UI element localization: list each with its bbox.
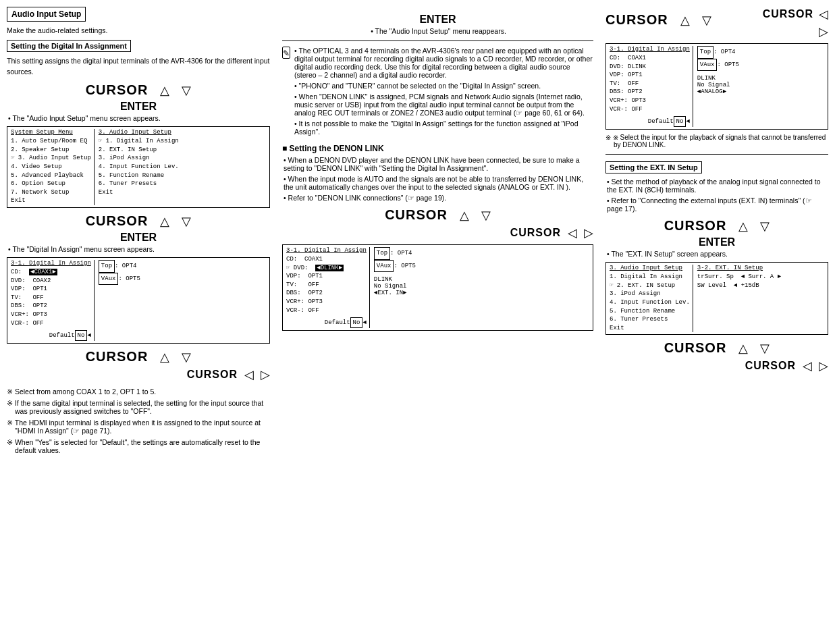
cursor-left-4[interactable] [568, 225, 577, 240]
audio-menu-item-5: 5. Function Rename [99, 171, 179, 180]
enter-bullet-ext: The "EXT. IN Setup" screen appears. [605, 250, 828, 258]
cursor-up-4[interactable] [460, 208, 469, 223]
cursor-down-ext2[interactable] [760, 341, 770, 356]
ext-left-6: 6. Tuner Presets [610, 315, 690, 324]
ext-left-5: 5. Function Rename [610, 307, 690, 316]
note-4: When "Yes" is selected for "Default", th… [7, 438, 270, 454]
enter-bullet-m: The "Audio Input Setup" menu reappears. [282, 27, 593, 35]
r1-aux: VAux: OPT5 [697, 59, 739, 72]
r1-vdp: VDP: OPT1 [610, 71, 690, 80]
cursor-up-r1[interactable] [680, 13, 690, 28]
cursor-label-ext2: CURSOR [664, 340, 727, 356]
r1-nosig: No Signal [697, 82, 739, 88]
pencil-note-4: It is not possible to make the "Digital … [293, 119, 593, 136]
digital-assign-title: Setting the Digital In Assignment [7, 40, 131, 52]
digital-menu-left: 3-1. Digital In Assign CD: ◄COAX1► DVD: … [11, 260, 95, 341]
tv-row: TV: OFF [11, 294, 91, 302]
cursor-label-3: CURSOR [86, 349, 149, 365]
digital-menu-right: Top: OPT4 VAux: OPT5 [95, 260, 140, 341]
r1-cd: CD: COAX1 [610, 54, 690, 63]
cursor-up-2[interactable] [160, 214, 169, 229]
dlink-menu-right: Top: OPT4 VAux: OPT5 DLINK No Signal ◄EX… [370, 247, 416, 328]
cursor-nav-3: CURSOR [7, 349, 270, 365]
r1-status: DLINK No Signal ◄ANALOG► [697, 75, 739, 95]
enter-label-m: ENTER [282, 14, 593, 26]
enter-bullet-2: The "Digital In Assign" menu screen appe… [7, 245, 270, 253]
menu-item-1: 1. Auto Setup/Room EQ [11, 137, 91, 146]
cursor-label-4: CURSOR [385, 207, 448, 223]
ext-bullet-1: Set the method of playback of the analog… [605, 178, 828, 194]
audio-menu-item-2: 2. EXT. IN Setup [99, 146, 179, 155]
ext-menu-right: 3-2. EXT. IN Setup trSurr. Sp ◄ Surr. A … [693, 265, 781, 332]
r1-default: DefaultNo◄ [610, 116, 690, 127]
cd-row: CD: ◄COAX1► [11, 268, 91, 277]
dlink-name: DLINK [374, 276, 416, 283]
cursor-up-3[interactable] [160, 350, 169, 365]
cursor-right-3[interactable] [261, 367, 270, 382]
cursor-right-ext2[interactable] [819, 358, 828, 373]
menu-left-system: System Setup Menu 1. Auto Setup/Room EQ … [11, 129, 95, 205]
r1-analog: ◄ANALOG► [697, 88, 739, 95]
dlink-tv-row: TV: OFF [286, 281, 367, 290]
enter-bullet-1: The "Audio Input Setup" menu screen appe… [7, 114, 270, 122]
enter-label-ext: ENTER [605, 236, 828, 248]
cursor-nav-r1: CURSOR [605, 12, 711, 28]
dlink-default: DefaultNo◄ [286, 317, 367, 328]
dlink-top: Top: OPT4 [374, 247, 416, 260]
cursor-down-4[interactable] [481, 208, 491, 223]
page-container: Audio Input Setup Make the audio-related… [7, 7, 828, 458]
system-menu-title: System Setup Menu [11, 129, 91, 136]
cursor-label-3b: CURSOR [187, 369, 238, 381]
dlink-nosig: No Signal [374, 283, 416, 290]
middle-column: ENTER The "Audio Input Setup" menu reapp… [275, 7, 600, 458]
r1-dbs: DBS: OPT2 [610, 88, 690, 97]
cursor-label-ext2b: CURSOR [745, 360, 796, 372]
aux-label: VAux: OPT5 [99, 273, 140, 286]
ext-in-section: Setting the EXT. IN Setup Set the method… [605, 161, 828, 373]
cursor-lr-3: CURSOR [7, 367, 270, 382]
pencil-note-section: ✎ The OPTICAL 3 and 4 terminals on the A… [282, 47, 593, 138]
ext-menu-title-left: 3. Audio Input Setup [610, 265, 690, 271]
cursor-left-r1[interactable] [819, 7, 828, 22]
cursor-lr-4: CURSOR [282, 225, 593, 240]
denon-link-title: ■ Setting the DENON LINK [282, 144, 593, 153]
audio-menu-item-3: 3. iPod Assign [99, 154, 179, 163]
system-menu-box: System Setup Menu 1. Auto Setup/Room EQ … [7, 126, 270, 208]
cursor-down-ext[interactable] [760, 219, 770, 234]
ext-left-2: 2. EXT. IN Setup [610, 281, 690, 290]
denon-bullet-2: When the input mode is AUTO and the sign… [282, 175, 593, 191]
digital-assign-menu: 3-1. Digital In Assign CD: ◄COAX1► DVD: … [7, 257, 270, 344]
dlink-dbs-row: DBS: OPT2 [286, 289, 367, 298]
cursor-left-ext2[interactable] [803, 358, 812, 373]
main-subtitle: Make the audio-related settings. [7, 26, 270, 36]
audio-menu-exit: Exit [99, 188, 179, 197]
dlink-extin: ◄EXT. IN► [374, 290, 416, 296]
cursor-down-3[interactable] [182, 350, 191, 365]
pencil-note-3: When "DENON LINK" is assigned, PCM signa… [293, 92, 593, 117]
audio-menu-item-1: 1. Digital In Assign [99, 137, 179, 146]
cursor-lr-ext2: CURSOR [605, 358, 828, 373]
cursor-right-r1[interactable] [819, 29, 828, 37]
enter-top-section: ENTER The "Audio Input Setup" menu reapp… [282, 14, 593, 35]
cursor-down-r1[interactable] [702, 13, 711, 28]
cursor-up-1[interactable] [160, 83, 169, 98]
cursor-down-1[interactable] [182, 83, 191, 98]
digital-menu-title: 3-1. Digital In Assign [11, 260, 91, 267]
ext-left-1: 1. Digital In Assign [610, 273, 690, 281]
cursor-label-rb: CURSOR [763, 8, 813, 20]
cursor-nav-4: CURSOR [282, 207, 593, 223]
r1-top: Top: OPT4 [697, 46, 739, 59]
dlink-vdp-row: VDP: OPT1 [286, 272, 367, 281]
right-arrow-placeholder [763, 24, 828, 39]
cursor-up-ext[interactable] [738, 219, 748, 234]
menu-item-6: 6. Option Setup [11, 180, 91, 188]
cursor-up-ext2[interactable] [738, 341, 748, 356]
ext-left-4: 4. Input Function Lev. [610, 298, 690, 307]
dvd-row: DVD: COAX2 [11, 277, 91, 286]
digital-assign-desc: This setting assigns the digital input t… [7, 56, 270, 78]
cursor-right-4[interactable] [584, 225, 593, 240]
right-cursor-top-ud: CURSOR [605, 7, 711, 30]
pencil-icon: ✎ [282, 47, 290, 59]
cursor-down-2[interactable] [182, 214, 191, 229]
cursor-left-3[interactable] [244, 367, 254, 382]
